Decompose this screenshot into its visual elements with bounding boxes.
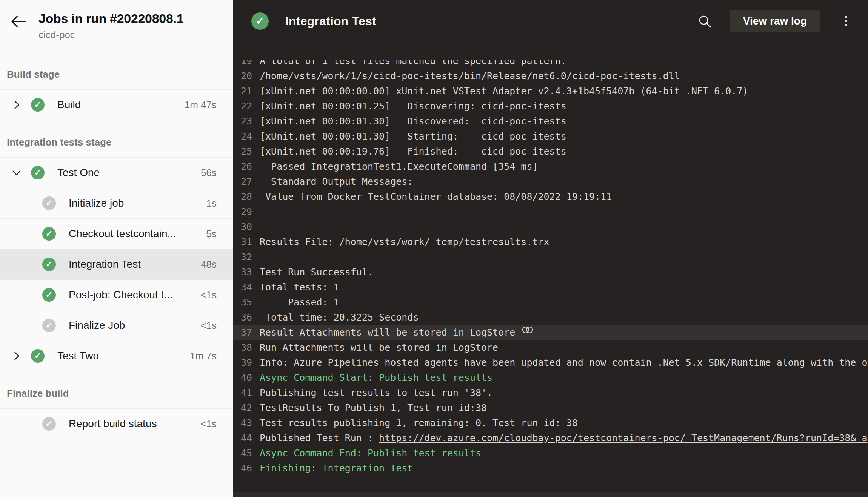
search-button[interactable] xyxy=(697,14,712,29)
horizontal-scrollbar[interactable] xyxy=(233,492,868,497)
log-line-text: Publishing test results to test run '38'… xyxy=(260,385,492,400)
log-line-43[interactable]: 43Test results publishing 1, remaining: … xyxy=(233,416,868,431)
item-label: Checkout testcontain... xyxy=(69,228,176,240)
item-duration: <1s xyxy=(200,320,233,331)
log-line-number[interactable]: 35 xyxy=(233,295,252,310)
log-line-38[interactable]: 38Run Attachments will be stored in LogS… xyxy=(233,340,868,355)
log-line-number[interactable]: 42 xyxy=(233,400,252,416)
log-line-number[interactable]: 23 xyxy=(233,114,252,129)
log-line-42[interactable]: 42TestResults To Publish 1, Test run id:… xyxy=(233,400,868,416)
log-line-31[interactable]: 31Results File: /home/vsts/work/_temp/te… xyxy=(233,235,868,250)
log-line-number[interactable]: 41 xyxy=(233,385,252,400)
log-line-22[interactable]: 22[xUnit.net 00:00:01.25] Discovering: c… xyxy=(233,99,868,114)
log-line-number[interactable]: 36 xyxy=(233,310,252,325)
log-line-text: Results File: /home/vsts/work/_temp/test… xyxy=(260,235,549,250)
log-line-20[interactable]: 20/home/vsts/work/1/s/cicd-poc-itests/bi… xyxy=(233,69,868,84)
log-line-number[interactable]: 30 xyxy=(233,219,252,235)
log-line-40[interactable]: 40Async Command Start: Publish test resu… xyxy=(233,370,868,385)
success-check-icon: ✓ xyxy=(251,12,269,30)
log-line-number[interactable]: 46 xyxy=(233,461,252,476)
item-label: Initialize job xyxy=(69,197,124,209)
sidebar-item-report-build-status[interactable]: ✓Report build status<1s xyxy=(0,408,233,439)
log-line-number[interactable]: 29 xyxy=(233,204,252,219)
log-line-number[interactable]: 37 xyxy=(233,325,252,340)
log-line-number[interactable]: 33 xyxy=(233,265,252,280)
sidebar-item-build[interactable]: ✓Build1m 47s xyxy=(0,89,233,120)
log-line-24[interactable]: 24[xUnit.net 00:00:01.30] Starting: cicd… xyxy=(233,129,868,144)
sidebar-titles: Jobs in run #20220808.1 cicd-poc xyxy=(38,11,183,41)
back-button[interactable] xyxy=(10,13,27,30)
success-check-icon: ✓ xyxy=(42,288,56,302)
log-lines: 19A total of 1 test files matched the sp… xyxy=(233,60,868,476)
log-line-34[interactable]: 34Total tests: 1 xyxy=(233,280,868,295)
item-label: Test Two xyxy=(57,350,99,362)
log-line-35[interactable]: 35 Passed: 1 xyxy=(233,295,868,310)
link-icon[interactable] xyxy=(521,325,534,340)
item-label: Build xyxy=(57,99,81,111)
log-line-number[interactable]: 27 xyxy=(233,174,252,189)
success-check-icon: ✓ xyxy=(31,349,45,363)
item-label: Finalize Job xyxy=(69,319,125,331)
log-line-number[interactable]: 25 xyxy=(233,144,252,159)
log-line-number[interactable]: 44 xyxy=(233,431,252,446)
log-line-44[interactable]: 44Published Test Run : https://dev.azure… xyxy=(233,431,868,446)
sidebar-item-integration-test[interactable]: ✓Integration Test48s xyxy=(0,249,233,279)
chevron-right-icon[interactable] xyxy=(10,98,23,112)
more-options-button[interactable] xyxy=(839,14,853,28)
log-line-number[interactable]: 45 xyxy=(233,446,252,461)
log-line-number[interactable]: 38 xyxy=(233,340,252,355)
log-line-25[interactable]: 25[xUnit.net 00:00:19.76] Finished: cicd… xyxy=(233,144,868,159)
sidebar-item-test-one[interactable]: ✓Test One56s xyxy=(0,157,233,188)
log-line-number[interactable]: 34 xyxy=(233,280,252,295)
item-duration: 1m 47s xyxy=(185,99,233,111)
log-line-19[interactable]: 19A total of 1 test files matched the sp… xyxy=(233,60,868,69)
log-line-number[interactable]: 19 xyxy=(233,60,252,69)
log-line-36[interactable]: 36 Total time: 20.3225 Seconds xyxy=(233,310,868,325)
log-line-number[interactable]: 20 xyxy=(233,69,252,84)
log-line-27[interactable]: 27 Standard Output Messages: xyxy=(233,174,868,189)
log-line-41[interactable]: 41Publishing test results to test run '3… xyxy=(233,385,868,400)
sidebar-item-initialize-job[interactable]: ✓Initialize job1s xyxy=(0,188,233,218)
log-line-number[interactable]: 32 xyxy=(233,250,252,265)
jobs-sidebar: Jobs in run #20220808.1 cicd-poc Build s… xyxy=(0,0,233,497)
log-line-number[interactable]: 22 xyxy=(233,99,252,114)
log-line-number[interactable]: 28 xyxy=(233,189,252,204)
chevron-down-icon[interactable] xyxy=(10,166,23,179)
chevron-right-icon[interactable] xyxy=(10,349,23,363)
log-line-text: Published Test Run : xyxy=(260,431,379,446)
log-line-28[interactable]: 28 Value from Docker TestContainer datab… xyxy=(233,189,868,204)
log-line-text: Passed IntegrationTest1.ExecuteCommand [… xyxy=(260,159,538,174)
item-duration: <1s xyxy=(200,289,233,301)
log-line-number[interactable]: 39 xyxy=(233,355,252,370)
log-link[interactable]: https://dev.azure.com/cloudbay-poc/testc… xyxy=(379,431,867,446)
log-line-number[interactable]: 24 xyxy=(233,129,252,144)
sidebar-item-post-job-checkout-t[interactable]: ✓Post-job: Checkout t...<1s xyxy=(0,279,233,310)
view-raw-log-button[interactable]: View raw log xyxy=(730,10,820,32)
log-viewport: 19A total of 1 test files matched the sp… xyxy=(233,60,868,492)
log-line-39[interactable]: 39Info: Azure Pipelines hosted agents ha… xyxy=(233,355,868,370)
log-line-29[interactable]: 29 xyxy=(233,204,868,219)
log-line-23[interactable]: 23[xUnit.net 00:00:01.30] Discovered: ci… xyxy=(233,114,868,129)
sidebar-item-checkout-testcontain[interactable]: ✓Checkout testcontain...5s xyxy=(0,218,233,249)
stage-job-list: Build stage✓Build1m 47sIntegration tests… xyxy=(0,52,233,439)
log-title: Integration Test xyxy=(285,14,376,28)
stage-header-build-stage: Build stage xyxy=(0,52,233,89)
item-label: Test One xyxy=(57,167,100,179)
log-line-33[interactable]: 33Test Run Successful. xyxy=(233,265,868,280)
log-line-number[interactable]: 40 xyxy=(233,370,252,385)
sidebar-item-test-two[interactable]: ✓Test Two1m 7s xyxy=(0,341,233,371)
log-line-number[interactable]: 43 xyxy=(233,416,252,431)
log-line-number[interactable]: 26 xyxy=(233,159,252,174)
item-duration: 1s xyxy=(206,198,233,209)
log-line-45[interactable]: 45Async Command End: Publish test result… xyxy=(233,446,868,461)
log-line-46[interactable]: 46Finishing: Integration Test xyxy=(233,461,868,476)
log-line-21[interactable]: 21[xUnit.net 00:00:00.00] xUnit.net VSTe… xyxy=(233,84,868,99)
log-line-number[interactable]: 21 xyxy=(233,84,252,99)
sidebar-item-finalize-job[interactable]: ✓Finalize Job<1s xyxy=(0,310,233,341)
log-line-number[interactable]: 31 xyxy=(233,235,252,250)
log-line-37[interactable]: 37Result Attachments will be stored in L… xyxy=(233,325,868,340)
log-line-30[interactable]: 30 xyxy=(233,219,868,235)
log-line-26[interactable]: 26 Passed IntegrationTest1.ExecuteComman… xyxy=(233,159,868,174)
log-line-32[interactable]: 32 xyxy=(233,250,868,265)
log-line-text: [xUnit.net 00:00:19.76] Finished: cicd-p… xyxy=(260,144,566,159)
